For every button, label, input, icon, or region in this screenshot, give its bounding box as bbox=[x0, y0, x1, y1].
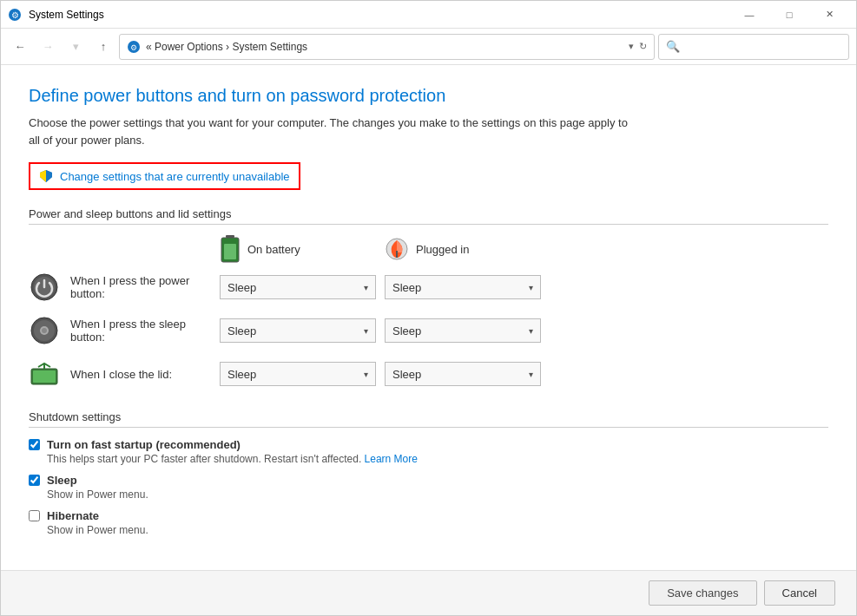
power-buttons-section-label: Power and sleep buttons and lid settings bbox=[29, 207, 828, 225]
address-chevron-icon[interactable]: ▾ bbox=[629, 41, 634, 52]
svg-rect-9 bbox=[224, 244, 236, 259]
hibernate-description: Show in Power menu. bbox=[47, 524, 828, 536]
sleep-button-row: When I press the sleep button: Sleep ▾ S… bbox=[29, 315, 828, 346]
sleep-button-icon-wrap bbox=[29, 315, 60, 346]
sleep-battery-dropdown[interactable]: Sleep ▾ bbox=[220, 318, 376, 343]
hibernate-checkbox-line: Hibernate bbox=[29, 509, 828, 522]
lid-plugged-value: Sleep bbox=[392, 368, 529, 381]
breadcrumb-text: « Power Options › System Settings bbox=[146, 41, 623, 53]
fast-startup-row: Turn on fast startup (recommended) This … bbox=[29, 438, 828, 465]
lid-plugged-arrow-icon: ▾ bbox=[529, 370, 533, 379]
power-battery-dropdown[interactable]: Sleep ▾ bbox=[220, 275, 376, 299]
lid-row: When I close the lid: Sleep ▾ Sleep ▾ bbox=[29, 358, 828, 390]
main-window: ⚙ System Settings — □ ✕ ← → ▾ ↑ ⚙ « Powe… bbox=[0, 0, 857, 616]
sleep-plugged-dropdown[interactable]: Sleep ▾ bbox=[385, 318, 541, 343]
maximize-button[interactable]: □ bbox=[769, 1, 809, 29]
sleep-plugged-value: Sleep bbox=[392, 324, 529, 337]
fast-startup-checkbox-line: Turn on fast startup (recommended) bbox=[29, 438, 828, 451]
forward-button[interactable]: → bbox=[36, 35, 60, 59]
lid-battery-value: Sleep bbox=[227, 368, 364, 381]
settings-table: On battery Plugged in bbox=[29, 235, 828, 390]
settings-header-row: On battery Plugged in bbox=[29, 235, 828, 263]
page-title: Define power buttons and turn on passwor… bbox=[29, 86, 828, 106]
close-button[interactable]: ✕ bbox=[809, 1, 849, 29]
svg-marker-6 bbox=[46, 170, 52, 182]
window-title: System Settings bbox=[29, 9, 729, 21]
svg-marker-5 bbox=[40, 170, 46, 182]
shutdown-section-label: Shutdown settings bbox=[29, 410, 828, 428]
lid-label: When I close the lid: bbox=[70, 368, 220, 381]
sleep-icon bbox=[30, 317, 58, 344]
sleep-shutdown-label: Sleep bbox=[47, 474, 77, 487]
search-box[interactable]: 🔍 bbox=[658, 34, 849, 60]
power-button-row: When I press the power button: Sleep ▾ S… bbox=[29, 272, 828, 303]
address-bar: ← → ▾ ↑ ⚙ « Power Options › System Setti… bbox=[1, 29, 856, 65]
sleep-battery-arrow-icon: ▾ bbox=[364, 326, 368, 336]
fast-startup-description: This helps start your PC faster after sh… bbox=[47, 453, 828, 465]
sleep-battery-value: Sleep bbox=[227, 324, 364, 337]
power-battery-value: Sleep bbox=[227, 281, 364, 294]
address-input[interactable]: ⚙ « Power Options › System Settings ▾ ↻ bbox=[119, 34, 655, 60]
power-battery-arrow-icon: ▾ bbox=[364, 283, 368, 292]
page-description: Choose the power settings that you want … bbox=[29, 115, 636, 148]
svg-rect-19 bbox=[33, 370, 56, 383]
sleep-button-label: When I press the sleep button: bbox=[70, 318, 220, 344]
change-settings-link[interactable]: Change settings that are currently unava… bbox=[29, 162, 300, 190]
hibernate-checkbox[interactable] bbox=[29, 510, 40, 521]
power-plugged-value: Sleep bbox=[392, 281, 529, 294]
lid-plugged-dropdown[interactable]: Sleep ▾ bbox=[385, 362, 541, 386]
window-controls: — □ ✕ bbox=[729, 1, 849, 29]
sleep-checkbox[interactable] bbox=[29, 475, 40, 486]
lid-icon bbox=[30, 362, 59, 386]
title-bar: ⚙ System Settings — □ ✕ bbox=[1, 1, 856, 29]
fast-startup-label: Turn on fast startup (recommended) bbox=[47, 438, 241, 451]
svg-text:⚙: ⚙ bbox=[11, 10, 19, 20]
sleep-plugged-arrow-icon: ▾ bbox=[529, 326, 533, 336]
back-button[interactable]: ← bbox=[8, 35, 32, 59]
minimize-button[interactable]: — bbox=[729, 1, 769, 29]
app-icon: ⚙ bbox=[8, 8, 22, 22]
plugged-column-header: Plugged in bbox=[385, 237, 550, 261]
power-plugged-dropdown[interactable]: Sleep ▾ bbox=[385, 275, 541, 299]
sleep-row: Sleep Show in Power menu. bbox=[29, 474, 828, 501]
hibernate-label: Hibernate bbox=[47, 509, 99, 522]
shutdown-section: Shutdown settings Turn on fast startup (… bbox=[29, 410, 828, 536]
sleep-checkbox-line: Sleep bbox=[29, 474, 828, 487]
hibernate-row: Hibernate Show in Power menu. bbox=[29, 509, 828, 536]
up-button[interactable]: ↑ bbox=[91, 35, 115, 59]
lid-icon-wrap bbox=[29, 358, 60, 390]
battery-icon bbox=[220, 235, 241, 263]
fast-startup-checkbox[interactable] bbox=[29, 439, 40, 450]
lid-battery-dropdown[interactable]: Sleep ▾ bbox=[220, 362, 376, 386]
battery-column-header: On battery bbox=[220, 235, 385, 263]
cancel-button[interactable]: Cancel bbox=[764, 580, 835, 606]
search-icon: 🔍 bbox=[666, 40, 680, 53]
address-icon: ⚙ bbox=[127, 40, 141, 54]
power-plugged-arrow-icon: ▾ bbox=[529, 283, 533, 292]
svg-text:⚙: ⚙ bbox=[130, 43, 137, 52]
power-button-icon-wrap bbox=[29, 272, 60, 303]
power-button-label: When I press the power button: bbox=[70, 274, 220, 300]
battery-column-label: On battery bbox=[247, 243, 300, 256]
plug-icon bbox=[385, 237, 409, 261]
svg-point-17 bbox=[42, 328, 47, 333]
content-area: Define power buttons and turn on passwor… bbox=[1, 65, 856, 570]
learn-more-link[interactable]: Learn More bbox=[365, 453, 418, 465]
save-changes-button[interactable]: Save changes bbox=[649, 580, 756, 606]
dropdown-button[interactable]: ▾ bbox=[63, 35, 88, 59]
lid-battery-arrow-icon: ▾ bbox=[364, 370, 368, 379]
sleep-description: Show in Power menu. bbox=[47, 488, 828, 501]
refresh-icon[interactable]: ↻ bbox=[639, 41, 647, 52]
uac-shield-icon bbox=[39, 169, 53, 183]
change-settings-label: Change settings that are currently unava… bbox=[60, 170, 290, 183]
power-icon bbox=[30, 273, 58, 301]
plugged-column-label: Plugged in bbox=[416, 243, 469, 256]
footer-bar: Save changes Cancel bbox=[1, 570, 856, 615]
